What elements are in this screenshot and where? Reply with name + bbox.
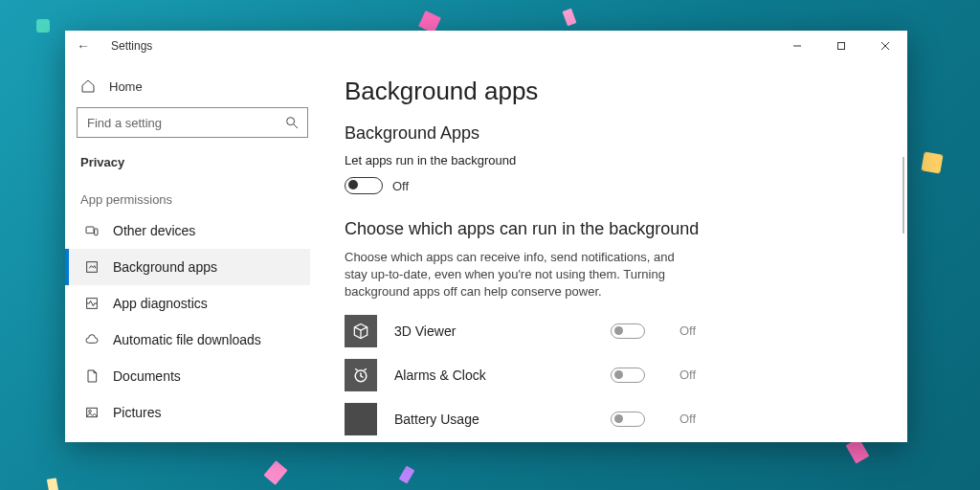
sidebar-item-background-apps[interactable]: Background apps [65, 249, 310, 285]
svg-rect-1 [838, 42, 845, 49]
svg-rect-6 [86, 227, 94, 234]
app-toggle-alarms-clock[interactable] [611, 368, 645, 383]
sidebar-item-documents[interactable]: Documents [65, 358, 310, 394]
app-icon-alarms-clock [345, 359, 377, 391]
app-toggle-state: Off [679, 368, 727, 382]
home-nav[interactable]: Home [75, 71, 310, 107]
home-label: Home [109, 79, 143, 94]
app-icon-3d-viewer [345, 315, 377, 347]
sidebar-item-label: Pictures [113, 405, 162, 420]
scrollbar[interactable] [902, 157, 904, 234]
sidebar-item-label: App diagnostics [113, 296, 208, 311]
master-toggle-state: Off [392, 179, 409, 193]
search-placeholder: Find a setting [87, 116, 162, 130]
sidebar-group-label: App permissions [75, 187, 310, 212]
devices-icon [84, 223, 100, 238]
minimize-button[interactable] [775, 31, 819, 60]
svg-point-4 [287, 118, 295, 125]
search-input[interactable]: Find a setting [77, 107, 308, 138]
app-toggle-state: Off [679, 323, 727, 338]
sidebar-item-other-devices[interactable]: Other devices [65, 212, 310, 249]
sidebar-item-app-diagnostics[interactable]: App diagnostics [65, 285, 310, 322]
app-name: 3D Viewer [394, 323, 599, 339]
search-icon [284, 115, 300, 130]
app-toggle-battery-usage[interactable] [611, 412, 645, 427]
master-toggle[interactable] [345, 177, 383, 194]
svg-point-11 [89, 410, 92, 412]
settings-window: ← Settings Home Find a setting Privacy [65, 31, 907, 442]
sidebar-item-label: Other devices [113, 223, 195, 238]
sidebar-item-auto-downloads[interactable]: Automatic file downloads [65, 322, 310, 358]
background-apps-icon [84, 259, 100, 275]
apps-section-desc: Choose which apps can receive info, send… [345, 249, 699, 301]
app-toggle-3d-viewer[interactable] [611, 323, 645, 339]
back-button[interactable]: ← [77, 38, 98, 54]
app-icon-battery-usage [345, 403, 377, 435]
svg-rect-7 [95, 229, 98, 235]
diagnostics-icon [84, 296, 100, 311]
section-title: Background Apps [345, 123, 879, 144]
current-section: Privacy [75, 151, 310, 187]
svg-line-5 [294, 124, 298, 128]
app-name: Battery Usage [394, 412, 599, 427]
titlebar: ← Settings [65, 31, 907, 61]
app-name: Alarms & Clock [394, 368, 599, 383]
sidebar-item-pictures[interactable]: Pictures [65, 394, 310, 431]
home-icon [80, 78, 96, 94]
app-toggle-state: Off [679, 412, 727, 426]
sidebar-item-label: Background apps [113, 259, 217, 275]
pictures-icon [84, 405, 100, 420]
apps-section-title: Choose which apps can run in the backgro… [345, 219, 879, 239]
cloud-download-icon [84, 332, 100, 347]
page-title: Background apps [345, 77, 879, 106]
close-button[interactable] [863, 31, 907, 60]
maximize-button[interactable] [819, 31, 863, 60]
main-panel: Background apps Background Apps Let apps… [320, 61, 907, 442]
sidebar-item-label: Documents [113, 368, 181, 384]
sidebar-item-label: Automatic file downloads [113, 332, 261, 347]
master-toggle-hint: Let apps run in the background [345, 153, 879, 167]
sidebar: Home Find a setting Privacy App permissi… [65, 61, 320, 442]
document-icon [84, 368, 100, 384]
window-title: Settings [111, 39, 152, 53]
